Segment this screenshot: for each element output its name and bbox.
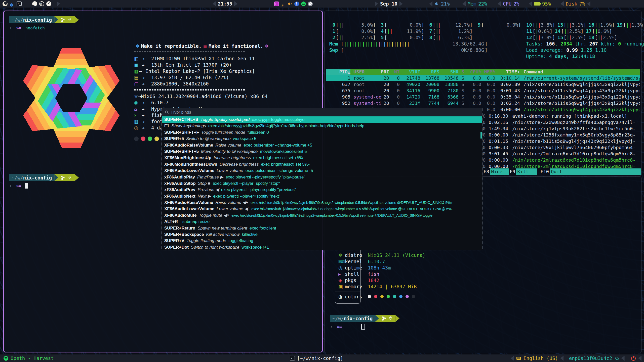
keybind-row[interactable]: SUPER+DotSwitch to right workspaceworksp…	[162, 244, 482, 250]
date-widget[interactable]: Sep 10	[375, 0, 403, 8]
keybind-row[interactable]: XF86AudioRaiseVolumeRaise volume ◀+exec …	[162, 199, 482, 206]
keybind-row[interactable]: XF86MonBrightnessUpIncrease brightnessex…	[162, 155, 482, 161]
command-input-line[interactable]	[330, 323, 399, 330]
volume-widget[interactable]: 21%	[429, 0, 450, 8]
popup-scrollbar-thumb[interactable]	[480, 132, 482, 139]
keybind-command: exec playerctl --player=spotify "play-pa…	[226, 175, 305, 179]
shell-prompt: ~/w/nix-config neofetch	[9, 16, 79, 31]
f8-label[interactable]: Nice +	[490, 168, 509, 175]
keybind-row[interactable]: SUPER+BackspaceKill active windowkillact…	[162, 231, 482, 238]
fastfetch-row: ▣memory14214 | 63897 MiB	[335, 284, 425, 290]
keybind-row[interactable]: SUPER+SHIFT+5Move silently to @ workspac…	[162, 148, 482, 155]
battery-widget[interactable]: 95%	[529, 0, 551, 8]
nixos-icon[interactable]	[10, 1, 15, 6]
f10-key[interactable]: F10	[540, 168, 550, 175]
keybind-row[interactable]: SUPER+VToggle floating modetogglefloatin…	[162, 238, 482, 244]
now-playing-widget[interactable]: Opeth - Harvest	[4, 354, 54, 362]
keybind-row[interactable]: SUPER+5Switch to @ workspaceworkspace 5	[162, 135, 482, 142]
keybind-row[interactable]: XF86AudioRaiseVolumeRaise volumeexec pul…	[162, 142, 482, 148]
text-cursor[interactable]	[25, 183, 28, 189]
keybind-row[interactable]: XF86AudioMuteToggle mute ◀×exec /nix/sto…	[162, 212, 482, 218]
battery-percent: 95%	[542, 0, 551, 8]
keybind-row[interactable]: ALT+Rsubmap resize	[162, 218, 482, 225]
keybind-description: Next ▶	[198, 194, 211, 199]
divider	[134, 87, 255, 93]
cpu-meter: 15||2.5%	[557, 34, 586, 41]
keybind-row[interactable]: xF86AudioPlayPlay/Pause ▶exec playerctl …	[162, 174, 482, 180]
process-row-fragment: 00:00.00/nix/store/2mlrazq6xsd7d10icp8nd…	[483, 157, 635, 163]
telegram-icon[interactable]	[32, 1, 37, 6]
arrow-icon	[142, 100, 151, 106]
bottom-status-bar: Opeth - Harvest [~/w/nix-config] English…	[0, 354, 644, 362]
nixos-rainbow-logo	[14, 36, 129, 160]
keybind-combo: XF86AudioMute	[164, 213, 196, 218]
network-widget[interactable]: enp0s13f0u3u4c2	[569, 354, 625, 362]
keybind-command: exec playerctl --player=spotify "next"	[213, 194, 280, 199]
keybind-row[interactable]: xF86AudioStopStop ■exec playerctl --play…	[162, 180, 482, 187]
f8-key[interactable]: F8	[483, 168, 490, 175]
power-button[interactable]	[631, 354, 641, 362]
cpu-widget[interactable]: CPU 2%	[498, 0, 519, 8]
f9-label[interactable]: Kill	[516, 168, 537, 175]
fastfetch-row: ◷uptime108h 43m	[335, 265, 425, 271]
usb-tray-icon[interactable]	[281, 2, 286, 6]
mail-spiral-icon[interactable]	[39, 1, 44, 6]
screenshare-tray-icon[interactable]	[274, 2, 279, 6]
terminal-icon[interactable]	[17, 1, 22, 6]
process-row[interactable]: 675root2003411699007180S0.00.00:01.43/ni…	[326, 87, 640, 94]
clock-widget[interactable]: 21:55	[213, 0, 237, 8]
keybind-description: Decrease brightness	[220, 162, 259, 167]
firefox-icon[interactable]	[3, 1, 8, 6]
cpu-meter: 2||2.5%	[329, 34, 376, 41]
tasks-line: Tasks: 166, 2034 thr, 267 kthr; 0 runnin…	[526, 41, 640, 47]
powerline-separator	[511, 356, 514, 361]
keyboard-layout-widget[interactable]: English (US)	[511, 354, 564, 362]
process-row-fragment: 00:02.16/nix/store/32xw08qz049b7fzfs405a…	[483, 119, 635, 125]
focused-window-title: [~/w/nix-config]	[290, 354, 343, 362]
keybind-combo: XF86MonBrightnessDown	[164, 162, 217, 167]
command-input-line[interactable]	[9, 183, 79, 189]
palette-dot	[141, 137, 145, 141]
memory-percent: 22%	[478, 0, 487, 8]
keybind-description: Lower volume ◀-	[217, 206, 249, 211]
volume-tray-icon[interactable]	[288, 2, 292, 6]
process-row[interactable]: 905systemd-oo2001472071686368S0.60.00:35…	[326, 94, 640, 100]
spotify-tray-icon[interactable]	[301, 2, 306, 6]
keybind-command: exec /nix/store/k0b1jzklm0wcy9ajmb4l8h7i…	[251, 200, 453, 205]
keybind-row[interactable]: xF86AudioPrevPrevious ◀exec playerctl --…	[162, 187, 482, 193]
f9-key[interactable]: F9	[509, 168, 516, 175]
keybind-row[interactable]: XF86AudioLowerVolumeLower volumeexec pul…	[162, 167, 482, 174]
keybind-row[interactable]: SUPER+CTRL+SToggle Spotify scratchpadexe…	[162, 116, 482, 123]
disk-widget[interactable]: Disk 7%	[560, 0, 590, 8]
process-row[interactable]: 637root200490202000818888S0.00.00:02.89/…	[326, 81, 640, 87]
cpu-meter: 10||3.8%	[526, 22, 555, 28]
keybind-combo: SUPER+Return	[164, 226, 195, 231]
memory-widget[interactable]: Mem 22%	[462, 0, 487, 8]
speaker-icon	[434, 2, 439, 6]
f10-label[interactable]: Quit	[550, 168, 641, 175]
keybind-row[interactable]: F1Show keybindingsexec /nix/store/yyjpzk…	[162, 123, 482, 129]
keybind-row[interactable]: XF86AudioLowerVolumeLower volume ◀-exec …	[162, 206, 482, 212]
gauge-icon[interactable]	[46, 1, 51, 6]
info-value: 21HMCTO1WW ThinkPad X1 Carbon Gen 11	[151, 56, 255, 62]
fastfetch-row: ❄distroNixOS 24.11 (Vicuna)	[335, 252, 425, 258]
lock-tray-icon[interactable]	[308, 2, 313, 6]
keybind-row[interactable]: xF86AudioNextNext ▶exec playerctl --play…	[162, 193, 482, 199]
fish-prompt-icon	[16, 183, 21, 189]
keybind-row[interactable]: SUPER+SHIFT+FToggle fullscreen modefulls…	[162, 129, 482, 135]
palette-dot	[154, 137, 159, 141]
shell-prompt: ~/w/nix-config	[330, 315, 399, 330]
arrow-icon	[142, 106, 151, 112]
process-row[interactable]: 952systemd-ti200231M77446944S0.00.00:02.…	[326, 100, 640, 106]
keybind-row[interactable]: XF86MonBrightnessDownDecrease brightness…	[162, 161, 482, 167]
keybind-row[interactable]: SUPER+ReturnSpawn new terminal clientexe…	[162, 225, 482, 231]
keybinds-popup[interactable]: Hypr binds SUPER+CTRL+SToggle Spotify sc…	[162, 108, 482, 250]
text-cursor[interactable]	[361, 324, 365, 330]
arrow-icon	[142, 81, 151, 87]
popup-search-field[interactable]: Hypr binds	[162, 108, 482, 116]
process-table-header[interactable]: PID△USERPRINIVIRTRESSHRSCPU%MEM%TIME+Com…	[326, 69, 640, 75]
process-row[interactable]: 1root200217481376810548S0.00.00:10.14/ru…	[326, 75, 640, 81]
cpu-meter: 10.0%	[329, 28, 376, 34]
palette-dot	[406, 295, 409, 298]
bluetooth-tray-icon[interactable]	[294, 2, 299, 6]
